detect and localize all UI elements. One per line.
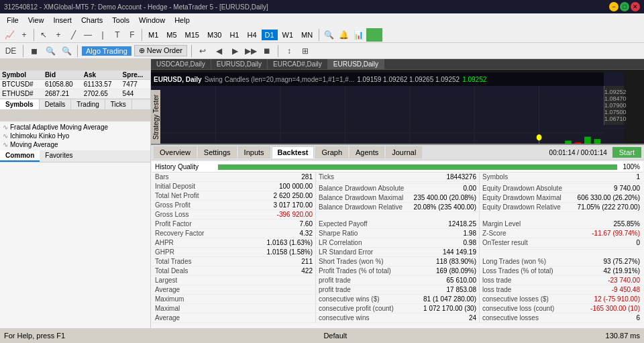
chart-tab-usdcad[interactable]: USDCAD#,Daily	[151, 59, 211, 69]
prev-btn[interactable]: ◀	[212, 44, 225, 58]
tf-mn[interactable]: MN	[298, 30, 316, 40]
favorites-tabs: Common Favorites	[0, 150, 150, 162]
fav-tab-favorites[interactable]: Favorites	[40, 150, 78, 162]
stat-ghpr: GHPR1.0158 (1.58%)	[152, 248, 315, 257]
chart-tab-eurcad[interactable]: EURCAD#,Daily	[268, 59, 328, 69]
menu-view[interactable]: View	[24, 15, 48, 26]
tf-m30[interactable]: M30	[204, 30, 225, 40]
hist-quality-label: History Quality	[155, 163, 215, 170]
vline-btn[interactable]: |	[96, 28, 109, 42]
tab-symbols[interactable]: Symbols	[0, 99, 40, 109]
stat-max-consec-losses: consecutive losses ($)12 (-75 910.00)	[480, 295, 643, 304]
stat-ahpr: AHPR1.0163 (1.63%)	[152, 238, 315, 248]
tab-details[interactable]: Details	[40, 99, 72, 109]
mw-ask-eth: 2702.65	[82, 89, 121, 99]
settings-btn[interactable]	[366, 28, 382, 42]
line-btn[interactable]: ╱	[66, 28, 80, 42]
new-order-btn[interactable]: ⊕ New Order	[134, 45, 187, 56]
stats-col-left-1: Bars281 Initial Deposit100 000.00 Total …	[152, 173, 315, 219]
chart-tab-eurusd2[interactable]: EURUSD,Daily	[328, 59, 384, 69]
bottom-tab-controls: 00:01:14 / 00:01:14 Start	[549, 147, 641, 158]
tab-journal[interactable]: Journal	[386, 146, 422, 158]
opt1-btn[interactable]: ↕	[282, 44, 296, 58]
play-btn[interactable]: ▶▶	[244, 44, 258, 58]
algo-trading-btn[interactable]: Algo Trading	[82, 46, 131, 56]
tab-agents[interactable]: Agents	[350, 146, 384, 158]
chart-tab-eurusd1[interactable]: EURUSD,Daily	[211, 59, 268, 69]
stat-lr-stderr: LR Standard Error144 149.19	[316, 248, 479, 257]
tab-ticks[interactable]: Ticks	[105, 99, 132, 109]
tab-graph[interactable]: Graph	[315, 146, 348, 158]
zoom-in-btn[interactable]: 🔍	[44, 44, 57, 58]
expert-toggle[interactable]: DE	[3, 44, 19, 58]
next-btn[interactable]: ▶	[228, 44, 241, 58]
tf-d1[interactable]: D1	[262, 30, 278, 40]
mw-row-eth[interactable]: ETHUSD# 2687.21 2702.65 544	[0, 89, 150, 99]
nav-item-fractal[interactable]: ∿ Fractal Adaptive Moving Average	[1, 123, 149, 132]
mw-symbol-btc: BTCUSD#	[0, 80, 43, 89]
menu-insert[interactable]: Insert	[49, 15, 76, 26]
stat-z-score: Z-Score-11.67 (99.74%)	[480, 229, 643, 238]
menu-window[interactable]: Window	[135, 15, 169, 26]
fib-btn[interactable]: F	[125, 28, 139, 42]
hline-btn[interactable]: —	[81, 28, 95, 42]
search-btn[interactable]: 🔍	[322, 28, 335, 42]
tf-m5[interactable]: M5	[163, 30, 180, 40]
history-quality-bar	[218, 164, 617, 170]
crosshair-btn[interactable]: +	[52, 28, 65, 42]
symbol-tabs: Symbols Details Trading Ticks	[0, 99, 150, 110]
stat-max-consec-profit: consecutive profit (count)1 072 170.00 (…	[316, 304, 479, 313]
strategy-tester-label: Strategy Tester	[151, 90, 160, 144]
navigator-close[interactable]: ✕	[142, 111, 148, 120]
market-watch-close[interactable]: ✕	[142, 60, 148, 69]
tab-overview[interactable]: Overview	[154, 146, 197, 158]
undo-btn[interactable]: ↩	[196, 44, 209, 58]
tf-m1[interactable]: M1	[145, 30, 162, 40]
stat-eq-relative: Equity Drawdown Relative71.05% (222 270.…	[480, 203, 643, 212]
arrow-btn[interactable]: ↖	[37, 28, 50, 42]
chart-area: USDCAD#,Daily EURUSD,Daily EURCAD#,Daily…	[151, 59, 644, 328]
start-button[interactable]: Start	[612, 147, 641, 158]
maximize-button[interactable]: □	[620, 2, 629, 11]
tab-trading[interactable]: Trading	[71, 99, 105, 109]
nav-item-ichimoku[interactable]: ∿ Ichimoku Kinko Hyo	[1, 132, 149, 140]
tab-backtest[interactable]: Backtest	[272, 146, 315, 158]
nav-item-ma-icon: ∿	[3, 141, 8, 148]
menu-charts[interactable]: Charts	[77, 15, 107, 26]
menu-file[interactable]: File	[3, 15, 23, 26]
new-chart-btn[interactable]: 📈	[3, 28, 16, 42]
chart-type-btn[interactable]: ◼	[28, 44, 41, 58]
stat-initial-deposit: Initial Deposit100 000.00	[152, 182, 315, 191]
profiles-btn[interactable]: +	[17, 28, 31, 42]
market-watch: Market Watch 09:40:05 ✕ Symbol Bid Ask S…	[0, 59, 150, 99]
close-button[interactable]: ✕	[631, 2, 640, 11]
stat-total-trades: Total Trades211	[152, 257, 315, 266]
menu-tools[interactable]: Tools	[108, 15, 133, 26]
tab-inputs[interactable]: Inputs	[238, 146, 270, 158]
mw-row-btc[interactable]: BTCUSD# 61058.80 61133.57 7477	[0, 80, 150, 89]
stop-btn[interactable]: ⏹	[260, 44, 274, 58]
stats-col-mid-2: Expected Payoff12418.25 Sharpe Ratio1.98…	[315, 219, 479, 257]
indicator-btn[interactable]: 📊	[352, 28, 365, 42]
menu-bar: File View Insert Charts Tools Window Hel…	[0, 13, 644, 27]
zoom-out-btn[interactable]: 🔍	[60, 44, 73, 58]
left-panel: Market Watch 09:40:05 ✕ Symbol Bid Ask S…	[0, 59, 151, 328]
text-btn[interactable]: T	[111, 28, 124, 42]
tf-m15[interactable]: M15	[182, 30, 203, 40]
alert-btn[interactable]: 🔔	[337, 28, 350, 42]
window-controls[interactable]: − □ ✕	[609, 2, 640, 11]
fav-tab-common[interactable]: Common	[0, 150, 40, 162]
mw-bid-btc: 61058.80	[43, 80, 82, 89]
stats-col-right-1: Symbols1 Equity Drawdown Absolute9 740.0…	[479, 173, 643, 219]
minimize-button[interactable]: −	[609, 2, 619, 11]
stats-area: History Quality 100% Bars281 Initial Dep…	[151, 160, 644, 328]
tf-h1[interactable]: H1	[226, 30, 242, 40]
tf-w1[interactable]: W1	[279, 30, 297, 40]
price-5: 1.06710	[604, 115, 624, 122]
menu-help[interactable]: Help	[170, 15, 194, 26]
opt2-btn[interactable]: ⊞	[299, 44, 312, 58]
nav-item-ichimoku-label: Ichimoku Kinko Hyo	[10, 132, 69, 140]
tf-h4[interactable]: H4	[244, 30, 260, 40]
nav-item-ma[interactable]: ∿ Moving Average	[1, 140, 149, 149]
tab-settings[interactable]: Settings	[198, 146, 237, 158]
